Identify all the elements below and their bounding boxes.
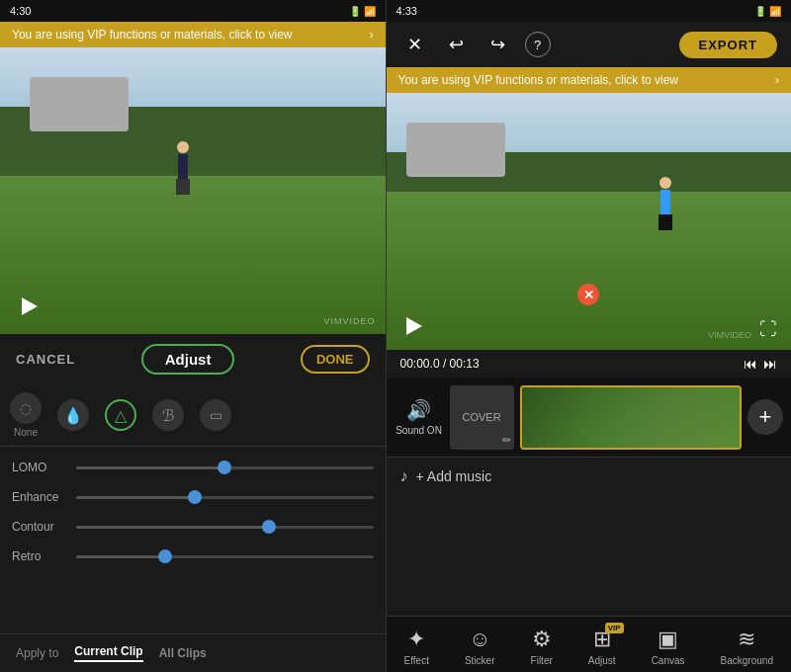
slider-row-enhance: Enhance [0,482,386,512]
slider-track-lomo[interactable] [76,466,374,469]
done-button[interactable]: DONE [301,345,370,374]
toolbar-canvas[interactable]: ▣ Canvas [652,627,685,666]
battery-icon: 🔋 [349,6,361,17]
vip-banner-arrow-right: › [775,73,779,87]
watermark-left: VIMVIDEO [324,316,376,326]
filter-triangle[interactable]: △ [105,399,136,431]
redo-button[interactable]: ↪ [483,30,513,59]
toolbar-sticker[interactable]: ☺ Sticker [465,627,495,666]
sound-toggle[interactable]: 🔊 Sound ON [395,398,444,436]
slider-track-enhance[interactable] [76,496,374,499]
grass-right [387,192,791,350]
slider-row-retro: Retro [0,542,386,571]
timeline-prev[interactable]: ⏮ [744,356,757,372]
time-separator: / [440,357,450,371]
add-music-icon: ♪ [400,467,408,485]
status-bar-left: 4:30 🔋 📶 [0,0,386,22]
slider-track-retro[interactable] [76,555,374,558]
slider-fill-enhance [76,496,195,499]
background-label: Background [721,655,773,666]
time-right: 4:33 [396,5,417,17]
sound-icon: 🔊 [406,398,431,422]
clip-strip: 🔊 Sound ON COVER ✏ + [387,378,791,457]
none-label: None [14,427,38,438]
person-head-right [659,177,671,189]
cover-label: COVER [462,411,500,423]
toolbar-filter[interactable]: ⚙ Filter [531,627,553,666]
apply-current-clip[interactable]: Current Clip [74,644,142,662]
timeline-nav: ⏮ ⏭ [744,356,777,372]
left-panel: 4:30 🔋 📶 You are using VIP functions or … [0,0,386,672]
filter-none[interactable]: ◌ None [10,392,42,438]
filter-hook[interactable]: ℬ [152,399,184,431]
vip-banner-text-right: You are using VIP functions or materials… [398,73,678,87]
person-body-left [178,154,188,179]
person-legs-right [659,214,672,230]
triangle-circle: △ [105,399,136,431]
adjust-label-toolbar: Adjust [588,655,616,666]
undo-button[interactable]: ↩ [442,30,472,59]
sticker-icon: ☺ [469,627,490,652]
play-button-right[interactable] [400,312,428,340]
slider-thumb-contour[interactable] [262,520,276,534]
add-music-text[interactable]: + Add music [416,468,492,484]
vip-banner-right[interactable]: You are using VIP functions or materials… [387,67,791,93]
adjust-toolbar: CANCEL Adjust DONE [0,334,386,384]
adjust-button[interactable]: Adjust [141,344,235,375]
toolbar-adjust[interactable]: ⊞ VIP Adjust [588,627,616,666]
add-music-row[interactable]: ♪ + Add music [387,457,791,495]
effect-icon: ✦ [407,627,425,652]
slider-track-contour[interactable] [76,526,374,529]
vip-banner-left[interactable]: You are using VIP functions or materials… [0,22,386,47]
rect-circle: ▭ [200,399,231,431]
play-button-left[interactable] [16,293,44,320]
current-time: 00:00.0 [400,357,440,371]
slider-name-enhance: Enhance [12,490,66,504]
toolbar-effect[interactable]: ✦ Effect [404,627,429,666]
slider-thumb-enhance[interactable] [188,490,202,504]
slider-thumb-lomo[interactable] [218,461,231,474]
status-bar-right: 4:33 🔋 📶 [387,0,791,22]
status-icons-left: 🔋 📶 [349,6,376,17]
timeline-bar: 00:00.0 / 00:13 ⏮ ⏭ [387,350,791,378]
watermark-right: VIMVIDEO [708,330,751,340]
slider-fill-lomo [76,466,224,469]
person-legs-left [176,179,190,195]
apply-label: Apply to [16,646,58,660]
sound-label: Sound ON [396,425,442,436]
slider-fill-retro [76,555,165,558]
timeline-next[interactable]: ⏭ [763,356,777,372]
drop-circle: 💧 [57,399,89,431]
fullscreen-button[interactable]: ⛶ [759,319,777,340]
toolbar-background[interactable]: ≋ Background [721,627,773,666]
export-button[interactable]: EXPORT [679,32,777,58]
sliders-area: LOMO Enhance Contour Retro [0,447,386,633]
play-triangle-left [22,297,38,315]
battery-icon-right: 🔋 [754,6,766,17]
slider-thumb-retro[interactable] [158,549,172,563]
close-button[interactable]: ✕ [400,30,430,59]
person-right [659,177,672,230]
play-triangle-right [406,317,422,335]
video-clip-strip[interactable] [520,385,742,450]
apply-row: Apply to Current Clip All Clips [0,633,386,672]
cover-thumbnail[interactable]: COVER ✏ [450,385,514,450]
cancel-button[interactable]: CANCEL [16,352,75,367]
status-icons-right: 🔋 📶 [754,6,781,17]
filter-drop[interactable]: 💧 [57,399,89,431]
person-head-left [177,141,189,153]
slider-name-contour: Contour [12,520,66,534]
time-left: 4:30 [10,5,31,17]
grass-left [0,176,386,334]
van-left [30,77,129,131]
apply-all-clips[interactable]: All Clips [159,646,207,660]
signal-icon: 📶 [364,6,376,17]
timeline-time-display: 00:00.0 / 00:13 [400,357,480,371]
filter-rect[interactable]: ▭ [200,399,231,431]
help-button[interactable]: ? [525,32,551,57]
video-bg-right: VIMVIDEO ✕ [387,93,791,350]
video-preview-left: VIMVIDEO [0,47,386,334]
add-clip-button[interactable]: + [747,399,783,435]
cover-edit-icon: ✏ [502,434,511,447]
canvas-icon: ▣ [658,627,678,652]
